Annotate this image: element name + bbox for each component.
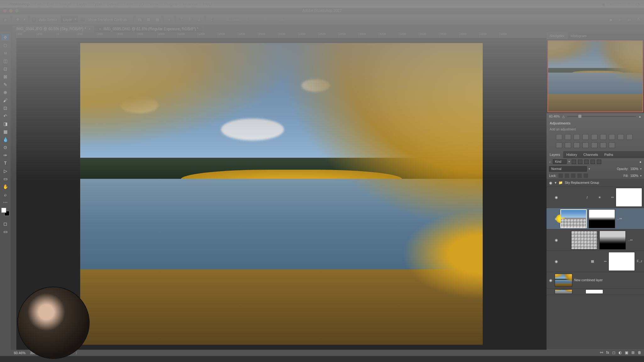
adjustment-icon: ▦ (591, 259, 594, 263)
folder-icon: 📁 (558, 181, 563, 185)
layer-mask-thumbnail[interactable] (599, 231, 626, 250)
new-layer-icon[interactable]: ⊞ (631, 350, 635, 355)
layer-mask-thumbnail[interactable] (586, 289, 603, 294)
webcam-overlay (17, 287, 90, 359)
layer-adjustment-row[interactable]: ◉ ▦ ⚯ F...r (547, 251, 644, 272)
link-layers-icon[interactable]: ⚯ (600, 350, 603, 355)
new-adjustment-icon[interactable]: ◐ (619, 350, 622, 355)
layer-partial-row[interactable] (547, 288, 644, 295)
brightness-icon: ☀ (598, 195, 601, 200)
layer-thumbnail[interactable] (560, 209, 587, 228)
layer-name[interactable]: New combined layer (574, 278, 603, 282)
layer-mask-thumbnail[interactable] (589, 209, 615, 228)
layer-mask-thumbnail[interactable] (608, 252, 635, 271)
arrow-down-icon[interactable]: ▾ (555, 181, 557, 185)
visibility-toggle[interactable]: ◉ (554, 259, 558, 264)
layer-fx-icon[interactable]: fx (606, 350, 609, 355)
status-bar: 60.46% 3990 px x 2994 px (72 ppi) 〉 (11, 350, 547, 356)
layer-edge-row[interactable]: ◉ ...⚯ (547, 229, 644, 251)
screen-mode-tool[interactable]: ▭ (2, 228, 9, 235)
visibility-toggle[interactable]: ◉ (548, 181, 553, 185)
panels-area: Navigator Histogram 60.46% △ ▲ Adjustmen… (547, 32, 644, 356)
fx-icon: ƒ (586, 196, 588, 199)
layers-panel: Layers History Channels Paths ⌕ Kind ▾ ●… (547, 151, 644, 356)
layer-name[interactable]: Sky Replacement Group (565, 181, 599, 184)
zoom-level[interactable]: 60.46% (14, 351, 25, 355)
foreground-background-colors[interactable] (1, 208, 9, 216)
hand-tool[interactable]: ✋ (2, 184, 9, 190)
layer-combined-row[interactable]: ◉ New combined layer (547, 272, 644, 288)
link-icon: ⚯ (611, 196, 614, 199)
zoom-tool[interactable]: ⌕ (2, 191, 9, 198)
status-flyout-icon[interactable]: 〉 (75, 351, 79, 355)
layer-thumbnail[interactable] (555, 274, 572, 287)
layer-mask-thumbnail[interactable] (616, 188, 642, 207)
delete-layer-icon[interactable]: 🗑 (638, 350, 641, 355)
link-icon: ⚯ (604, 260, 607, 263)
edit-toolbar-icon[interactable]: ⋯ (2, 199, 9, 206)
layers-list[interactable]: ◉ ▾ 📁 Sky Replacement Group ◉ ƒ ☀ ⚯ ◉ (547, 179, 644, 349)
layer-sky-row[interactable]: ◉ ...⚯ (547, 208, 644, 229)
visibility-toggle[interactable] (548, 289, 553, 294)
new-group-icon[interactable]: ▣ (625, 350, 628, 355)
link-icon[interactable]: ...⚯ (628, 239, 633, 242)
visibility-toggle[interactable]: ◉ (554, 195, 558, 200)
quickmask-tool[interactable]: ◻ (2, 221, 9, 227)
layer-thumbnail[interactable] (555, 289, 572, 294)
visibility-toggle[interactable]: ◉ (548, 278, 553, 282)
visibility-toggle[interactable]: ◉ (554, 238, 558, 242)
layer-brightness-row[interactable]: ◉ ƒ ☀ ⚯ (547, 187, 644, 208)
link-icon[interactable]: ...⚯ (617, 217, 622, 220)
visibility-toggle[interactable]: ◉ (554, 217, 558, 221)
add-mask-icon[interactable]: ◻ (612, 350, 615, 355)
layer-thumbnail[interactable] (571, 231, 597, 250)
layer-name: F...r (637, 260, 642, 263)
